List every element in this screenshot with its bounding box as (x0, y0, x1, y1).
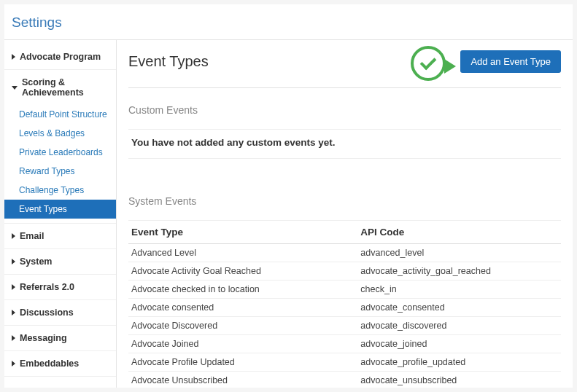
nav-section: Advocate Program (4, 44, 116, 70)
nav-section-toggle[interactable]: System (4, 249, 116, 274)
nav-section-label: System (20, 256, 52, 267)
app-window: Settings Advocate ProgramScoring & Achie… (4, 4, 573, 388)
api-code-cell: advocate_activity_goal_reached (357, 262, 561, 281)
table-row[interactable]: Advocate Profile Updatedadvocate_profile… (128, 353, 561, 372)
api-code-cell: advanced_level (357, 244, 561, 262)
chevron-right-icon (12, 233, 15, 239)
table-row[interactable]: Advocate checked in to locationcheck_in (128, 281, 561, 299)
event-type-cell: Advocate Unsubscribed (128, 372, 357, 388)
api-code-cell: check_in (357, 281, 561, 299)
event-type-cell: Advanced Level (128, 244, 357, 262)
nav-section-label: Referrals 2.0 (20, 282, 74, 292)
table-row[interactable]: Advocate Unsubscribedadvocate_unsubscrib… (128, 372, 561, 388)
nav-section-toggle[interactable]: Discussions (4, 300, 116, 325)
nav-section-toggle[interactable]: Referrals 2.0 (4, 275, 116, 299)
api-code-cell: advocate_consented (357, 299, 561, 317)
main-content: Event Types Add an Event Type Custom Eve… (117, 40, 573, 388)
api-code-cell: advocate_joined (357, 335, 561, 353)
nav-section-label: Email (20, 231, 44, 241)
table-row[interactable]: Advocate Activity Goal Reachedadvocate_a… (128, 262, 561, 281)
api-code-cell: advocate_discovered (357, 317, 561, 335)
table-header-event-type: Event Type (128, 221, 357, 244)
table-row[interactable]: Advocate consentedadvocate_consented (128, 299, 561, 317)
table-row[interactable]: Advocate Discoveredadvocate_discovered (128, 317, 561, 335)
chevron-right-icon (12, 54, 15, 60)
nav-section: Discussions (4, 300, 116, 326)
success-checkmark-icon (411, 46, 453, 85)
nav-item[interactable]: Challenge Types (4, 181, 116, 200)
chevron-right-icon (12, 335, 15, 341)
nav-item[interactable]: Levels & Badges (4, 124, 116, 143)
nav-item[interactable]: Reward Types (4, 162, 116, 181)
api-code-cell: advocate_profile_updated (357, 353, 561, 372)
page-title: Settings (12, 15, 565, 31)
chevron-right-icon (12, 259, 15, 264)
nav-section-toggle[interactable]: Scoring & Achievements (4, 70, 116, 105)
layout: Advocate ProgramScoring & AchievementsDe… (4, 40, 573, 388)
nav-section-toggle[interactable]: Email (4, 224, 116, 248)
custom-events-heading: Custom Events (128, 104, 561, 116)
nav-section-label: Embeddables (20, 358, 79, 369)
event-type-cell: Advocate consented (128, 299, 357, 317)
chevron-down-icon (12, 86, 18, 90)
nav-section: System (4, 249, 116, 275)
chevron-right-icon (12, 310, 15, 315)
nav-section-label: Messaging (20, 333, 67, 343)
system-events-heading: System Events (128, 195, 561, 207)
custom-events-empty-message: You have not added any custom events yet… (128, 129, 561, 159)
add-event-type-button[interactable]: Add an Event Type (460, 50, 561, 73)
nav-section: Scoring & AchievementsDefault Point Stru… (4, 70, 116, 224)
nav-section: Embeddables (4, 351, 116, 377)
nav-sub: Default Point StructureLevels & BadgesPr… (4, 105, 116, 223)
sidebar: Advocate ProgramScoring & AchievementsDe… (4, 40, 117, 388)
nav-section-toggle[interactable]: Messaging (4, 326, 116, 350)
chevron-right-icon (12, 284, 15, 290)
nav-section: Referrals 2.0 (4, 275, 116, 300)
nav-section-label: Discussions (20, 307, 74, 318)
nav-section-label: Advocate Program (20, 52, 101, 62)
table-row[interactable]: Advocate Joinedadvocate_joined (128, 335, 561, 353)
table-row[interactable]: Advanced Leveladvanced_level (128, 244, 561, 262)
content-title: Event Types (128, 53, 209, 70)
api-code-cell: advocate_unsubscribed (357, 372, 561, 388)
page-header: Settings (4, 4, 573, 40)
event-type-cell: Advocate Joined (128, 335, 357, 353)
nav-section-toggle[interactable]: Embeddables (4, 351, 116, 376)
nav-section: Messaging (4, 326, 116, 351)
nav-section-label: Scoring & Achievements (22, 77, 110, 98)
chevron-right-icon (12, 361, 15, 366)
event-type-cell: Advocate checked in to location (128, 281, 357, 299)
event-type-cell: Advocate Activity Goal Reached (128, 262, 357, 281)
event-type-cell: Advocate Profile Updated (128, 353, 357, 372)
nav-section: Email (4, 224, 116, 249)
nav-item[interactable]: Private Leaderboards (4, 143, 116, 162)
nav-item[interactable]: Default Point Structure (4, 105, 116, 124)
table-header-api-code: API Code (357, 221, 561, 244)
title-row: Event Types Add an Event Type (128, 50, 561, 73)
nav-item[interactable]: Event Types (4, 200, 116, 219)
system-events-table: Event Type API Code Advanced Leveladvanc… (128, 220, 561, 388)
nav-section-toggle[interactable]: Advocate Program (4, 44, 116, 69)
divider (128, 87, 561, 88)
event-type-cell: Advocate Discovered (128, 317, 357, 335)
